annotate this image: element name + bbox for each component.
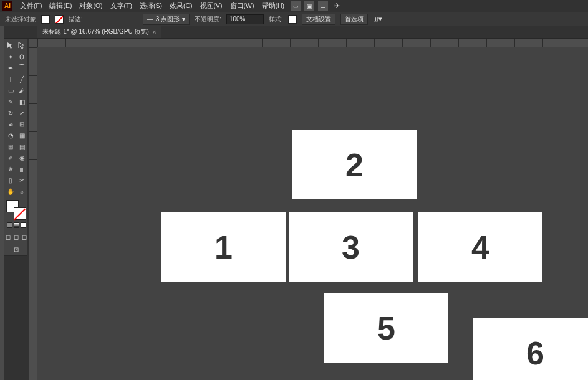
toolbox: ✦ ʘ ✒ ⁀ T ╱ ▭ 🖌 ✎ ◧ ↻ ⤢ ≋ ⊞ ◔ ▦ ⊞ ▤ ✐ ◉ … (4, 39, 27, 256)
artboard-6[interactable]: 6 (473, 318, 588, 380)
prefs-button[interactable]: 首选项 (340, 14, 368, 25)
canvas[interactable]: 213456 (37, 47, 588, 380)
layout-icon-2[interactable]: ▣ (304, 1, 314, 11)
zoom-tool[interactable]: ⌕ (17, 186, 27, 196)
style-swatch[interactable] (288, 15, 297, 24)
color-mode-none[interactable] (21, 222, 26, 228)
blend-tool[interactable]: ◉ (17, 153, 27, 163)
rectangle-tool[interactable]: ▭ (6, 85, 16, 95)
draw-behind-icon[interactable]: ◻ (14, 232, 19, 242)
app-logo: Ai (2, 1, 12, 11)
width-tool[interactable]: ≋ (6, 119, 16, 129)
ruler-horizontal[interactable] (37, 39, 588, 47)
fill-swatch[interactable] (41, 15, 50, 24)
lasso-tool[interactable]: ʘ (17, 52, 27, 62)
mesh-tool[interactable]: ⊞ (6, 141, 16, 151)
type-tool[interactable]: T (6, 74, 16, 84)
artboard-2[interactable]: 2 (292, 130, 417, 199)
eyedropper-tool[interactable]: ✐ (6, 153, 16, 163)
menu-right-icons: ▭ ▣ ☰ ✈ (291, 1, 342, 11)
screen-mode-row: ◻ ◻ ◻ (6, 232, 27, 242)
shape-builder-tool[interactable]: ◔ (6, 130, 16, 140)
no-selection-label: 未选择对象 (5, 15, 36, 24)
screen-toggle[interactable]: ⊡ (6, 244, 27, 254)
menu-edit[interactable]: 编辑(E) (46, 1, 75, 12)
document-tab[interactable]: 未标题-1* @ 16.67% (RGB/GPU 预览) × (37, 26, 161, 38)
menu-file[interactable]: 文件(F) (16, 1, 46, 12)
opacity-input[interactable] (226, 14, 264, 24)
artboard-1[interactable]: 1 (161, 212, 286, 282)
stroke-swatch[interactable] (55, 15, 64, 24)
opacity-label: 不透明度: (195, 15, 221, 24)
artboard-tool[interactable]: ▯ (6, 175, 16, 185)
screen-mode-icon[interactable]: ⊡ (11, 244, 21, 254)
draw-inside-icon[interactable]: ◻ (21, 232, 27, 242)
gradient-tool[interactable]: ▤ (17, 141, 27, 151)
perspective-tool[interactable]: ▦ (17, 130, 27, 140)
ruler-corner (29, 39, 37, 47)
layout-icon-3[interactable]: ☰ (318, 1, 328, 11)
menu-object[interactable]: 对象(O) (75, 1, 106, 12)
slice-tool[interactable]: ✂ (17, 175, 27, 185)
menu-bar: Ai 文件(F) 编辑(E) 对象(O) 文字(T) 选择(S) 效果(C) 视… (0, 0, 588, 12)
canvas-area: 213456 (29, 39, 588, 380)
menu-effect[interactable]: 效果(C) (166, 1, 196, 12)
color-mode-normal[interactable] (7, 222, 12, 228)
control-bar: 未选择对象 描边: — 3 点圆形 ▾ 不透明度: 样式: 文档设置 首选项 ⊞… (0, 12, 588, 26)
document-tab-title: 未标题-1* @ 16.67% (RGB/GPU 预览) (42, 27, 149, 36)
eraser-tool[interactable]: ◧ (17, 97, 27, 107)
color-mode-row (6, 222, 27, 228)
stroke-label: 描边: (69, 15, 83, 24)
ruler-vertical[interactable] (29, 47, 37, 380)
magic-wand-tool[interactable]: ✦ (6, 52, 16, 62)
align-icon[interactable]: ⊞▾ (373, 14, 383, 24)
selection-tool[interactable] (6, 40, 16, 50)
menu-help[interactable]: 帮助(H) (258, 1, 289, 12)
direct-selection-tool[interactable] (17, 40, 27, 50)
paintbrush-tool[interactable]: 🖌 (17, 85, 27, 95)
tab-close-button[interactable]: × (153, 29, 157, 36)
stroke-color[interactable] (14, 207, 26, 220)
doc-setup-button[interactable]: 文档设置 (302, 14, 335, 25)
color-mode-gradient[interactable] (14, 222, 19, 228)
menu-select[interactable]: 选择(S) (136, 1, 166, 12)
line-tool[interactable]: ╱ (17, 74, 27, 84)
layout-icon-1[interactable]: ▭ (291, 1, 301, 11)
menu-type[interactable]: 文字(T) (107, 1, 136, 12)
fill-stroke-control[interactable] (6, 200, 26, 220)
scale-tool[interactable]: ⤢ (17, 108, 27, 118)
shaper-tool[interactable]: ✎ (6, 97, 16, 107)
curvature-tool[interactable]: ⁀ (17, 63, 27, 73)
free-transform-tool[interactable]: ⊞ (17, 119, 27, 129)
stroke-profile-dropdown[interactable]: — 3 点圆形 ▾ (143, 14, 190, 25)
style-label: 样式: (269, 15, 283, 24)
artboard-5[interactable]: 5 (324, 293, 448, 363)
artboard-3[interactable]: 3 (289, 212, 413, 282)
pen-tool[interactable]: ✒ (6, 63, 16, 73)
document-tab-bar: 未标题-1* @ 16.67% (RGB/GPU 预览) × (0, 26, 588, 39)
menu-view[interactable]: 视图(V) (196, 1, 226, 12)
hand-tool[interactable]: ✋ (6, 186, 16, 196)
artboard-4[interactable]: 4 (418, 212, 542, 282)
menu-window[interactable]: 窗口(W) (226, 1, 258, 12)
draw-normal-icon[interactable]: ◻ (6, 232, 11, 242)
send-icon[interactable]: ✈ (332, 1, 342, 11)
symbol-sprayer-tool[interactable]: ❋ (6, 164, 16, 174)
rotate-tool[interactable]: ↻ (6, 108, 16, 118)
column-graph-tool[interactable]: ⫼ (17, 164, 27, 174)
